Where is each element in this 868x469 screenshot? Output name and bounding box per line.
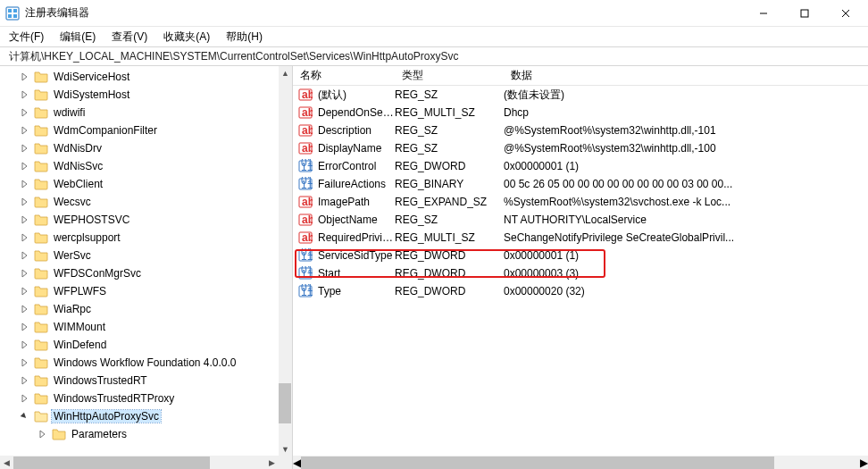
list-row[interactable]: ab(默认)REG_SZ(数值未设置) [293,86,868,104]
expander-icon[interactable] [18,124,30,137]
expander-icon[interactable] [18,160,30,172]
minimize-button[interactable] [743,0,784,27]
scroll-down-icon[interactable]: ▼ [279,442,292,456]
expander-icon[interactable] [18,267,30,280]
menu-edit[interactable]: 编辑(E) [60,29,96,45]
tree-item[interactable]: WEPHOSTSVC [0,211,279,229]
tree-item[interactable]: WinHttpAutoProxySvc [0,407,279,425]
tree-item[interactable]: WFDSConMgrSvc [0,264,279,282]
list-horizontal-scrollbar[interactable]: ◀ ▶ [293,456,868,469]
regedit-app-icon [5,6,20,21]
value-data: %SystemRoot%\system32\svchost.exe -k Loc… [504,196,868,208]
tree-item[interactable]: WdiServiceHost [0,68,279,86]
expander-icon[interactable] [18,303,30,315]
string-value-icon: ab [298,141,313,155]
list-row[interactable]: abDescriptionREG_SZ@%SystemRoot%\system3… [293,121,868,139]
tree-item[interactable]: Wecsvc [0,193,279,211]
tree-item[interactable]: WinDefend [0,336,279,354]
binary-value-icon: 011110 [298,248,313,263]
expander-icon[interactable] [18,339,30,351]
list-row[interactable]: abDependOnSer...REG_MULTI_SZDhcp [293,104,868,121]
expander-icon[interactable] [18,231,30,244]
svg-rect-6 [801,10,808,17]
scroll-right-icon[interactable]: ▶ [860,456,868,469]
tree-item[interactable]: WerSvc [0,247,279,264]
tree-item[interactable]: WiaRpc [0,300,279,318]
column-header-data[interactable]: 数据 [504,68,868,83]
scroll-up-icon[interactable]: ▲ [279,66,292,80]
tree-item[interactable]: WdNisDrv [0,139,279,157]
address-bar[interactable]: 计算机\HKEY_LOCAL_MACHINE\SYSTEM\CurrentCon… [0,46,868,66]
close-button[interactable] [825,0,866,27]
folder-icon [34,373,48,388]
value-name: RequiredPrivile... [318,231,395,244]
list-row[interactable]: abImagePathREG_EXPAND_SZ%SystemRoot%\sys… [293,193,868,211]
list-row[interactable]: 011110ErrorControlREG_DWORD0x00000001 (1… [293,157,868,175]
expander-icon[interactable] [18,374,30,387]
tree-item[interactable]: WindowsTrustedRTProxy [0,389,279,407]
list-pane: 名称 类型 数据 ab(默认)REG_SZ(数值未设置)abDependOnSe… [293,66,868,469]
list-row[interactable]: 011110StartREG_DWORD0x00000003 (3) [293,264,868,282]
tree-item[interactable]: WIMMount [0,318,279,336]
svg-text:ab: ab [302,142,313,155]
expander-icon[interactable] [18,88,30,101]
expander-icon[interactable] [18,196,30,208]
tree-horizontal-scrollbar[interactable]: ◀ ▶ [0,456,279,469]
menu-file[interactable]: 文件(F) [9,29,44,45]
tree-item[interactable]: Parameters [0,425,279,443]
menu-view[interactable]: 查看(V) [112,29,147,45]
expander-icon[interactable] [18,249,30,262]
list-row[interactable]: abRequiredPrivile...REG_MULTI_SZSeChange… [293,229,868,247]
tree-item[interactable]: WdNisSvc [0,157,279,175]
expander-icon[interactable] [18,285,30,297]
svg-text:110: 110 [301,268,313,281]
expander-icon[interactable] [18,392,30,405]
menubar: 文件(F) 编辑(E) 查看(V) 收藏夹(A) 帮助(H) [0,27,868,46]
tree-label: Windows Workflow Foundation 4.0.0.0 [52,356,238,369]
expander-icon[interactable] [18,142,30,155]
maximize-button[interactable] [784,0,825,27]
titlebar: 注册表编辑器 [0,0,868,27]
address-text: 计算机\HKEY_LOCAL_MACHINE\SYSTEM\CurrentCon… [9,49,458,64]
value-type: REG_SZ [395,88,504,101]
list-row[interactable]: 011110ServiceSidTypeREG_DWORD0x00000001 … [293,247,868,264]
expander-icon[interactable] [18,178,30,190]
expander-icon[interactable] [18,106,30,119]
column-header-name[interactable]: 名称 [293,68,395,83]
value-data: 0x00000001 (1) [504,160,868,172]
tree-label: Wecsvc [52,196,93,208]
tree-item[interactable]: wdiwifi [0,104,279,121]
tree-item[interactable]: WdmCompanionFilter [0,121,279,139]
registry-value-list[interactable]: ab(默认)REG_SZ(数值未设置)abDependOnSer...REG_M… [293,86,868,456]
svg-rect-4 [13,14,17,18]
scroll-left-icon[interactable]: ◀ [0,456,13,469]
tree-label: WdiServiceHost [52,71,131,83]
tree-item[interactable]: wercplsupport [0,229,279,247]
svg-text:110: 110 [301,286,313,298]
expander-icon[interactable] [18,321,30,333]
column-header-type[interactable]: 类型 [395,68,504,83]
tree-item[interactable]: WindowsTrustedRT [0,372,279,389]
registry-tree[interactable]: WdiServiceHostWdiSystemHostwdiwifiWdmCom… [0,66,279,443]
expander-icon[interactable] [18,356,30,369]
expander-icon[interactable] [18,71,30,83]
tree-item[interactable]: WFPLWFS [0,282,279,300]
tree-label: Parameters [70,428,129,440]
scroll-left-icon[interactable]: ◀ [293,456,301,469]
expander-icon[interactable] [18,410,30,423]
tree-item[interactable]: Windows Workflow Foundation 4.0.0.0 [0,354,279,372]
menu-help[interactable]: 帮助(H) [226,29,263,45]
tree-vertical-scrollbar[interactable]: ▲ ▼ [279,66,292,456]
list-row[interactable]: 011110TypeREG_DWORD0x00000020 (32) [293,282,868,300]
menu-favorites[interactable]: 收藏夹(A) [163,29,210,45]
list-row[interactable]: abObjectNameREG_SZNT AUTHORITY\LocalServ… [293,211,868,229]
folder-icon [34,70,48,84]
list-row[interactable]: 011110FailureActionsREG_BINARY00 5c 26 0… [293,175,868,193]
expander-icon[interactable] [36,428,48,440]
scroll-right-icon[interactable]: ▶ [265,456,279,469]
tree-item[interactable]: WebClient [0,175,279,193]
string-value-icon: ab [298,213,313,227]
expander-icon[interactable] [18,214,30,226]
tree-item[interactable]: WdiSystemHost [0,86,279,104]
list-row[interactable]: abDisplayNameREG_SZ@%SystemRoot%\system3… [293,139,868,157]
